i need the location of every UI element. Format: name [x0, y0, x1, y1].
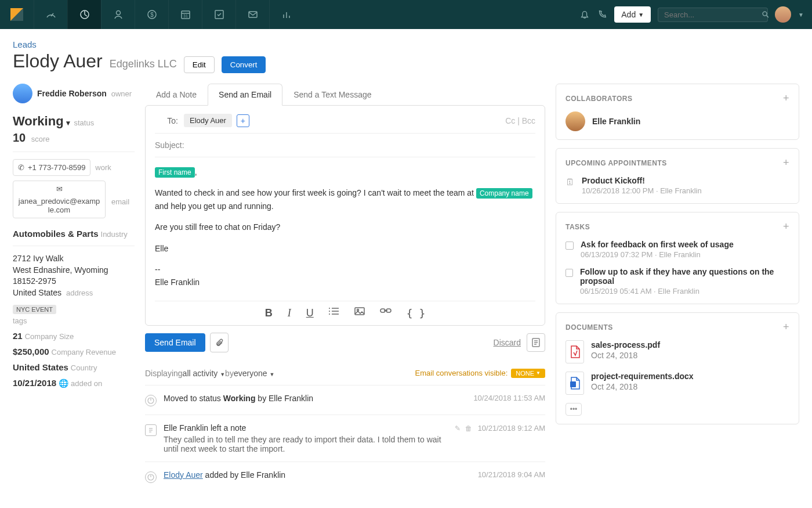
svg-rect-25 — [355, 308, 364, 315]
svg-point-24 — [329, 314, 330, 315]
edit-note-icon[interactable]: ✎ — [455, 424, 461, 433]
added-on-field: 10/21/2018 🌐added on — [13, 378, 135, 388]
merge-tag-first-name[interactable]: First name — [155, 167, 195, 178]
attach-button[interactable] — [210, 333, 229, 352]
search-input[interactable] — [664, 10, 762, 19]
owner-label: owner — [111, 89, 132, 98]
activity-item: Moved to status Working by Elle Franklin… — [145, 385, 545, 415]
address-field: 2712 Ivy Walk West Ednashire, Wyoming 18… — [13, 253, 135, 298]
dashboard-icon[interactable] — [34, 0, 67, 29]
add-recipient-button[interactable]: + — [237, 114, 249, 127]
convert-button[interactable]: Convert — [222, 56, 266, 73]
pdf-icon — [566, 340, 584, 363]
activity-item: Elle Franklin left a note They called in… — [145, 415, 545, 462]
more-documents-button[interactable]: ••• — [566, 403, 582, 416]
calendar-icon[interactable]: 31 — [168, 0, 202, 29]
add-document-button[interactable]: + — [783, 321, 789, 333]
edit-button[interactable]: Edit — [184, 56, 215, 73]
activity-type-dropdown[interactable]: all activity ▼ — [183, 369, 226, 378]
status-dropdown[interactable]: Working▼ status — [13, 114, 135, 129]
svg-point-22 — [329, 308, 330, 309]
svg-line-5 — [85, 15, 87, 16]
bold-button[interactable]: B — [265, 307, 273, 319]
lead-link[interactable]: Elody Auer — [164, 470, 203, 480]
communication-tabs: Add a Note Send an Email Send a Text Mes… — [145, 84, 545, 106]
breadcrumb[interactable]: Leads — [13, 39, 799, 49]
phone-icon: ✆ — [18, 163, 24, 172]
task-checkbox[interactable] — [566, 242, 574, 250]
envelope-icon: ✉ — [56, 185, 63, 193]
user-avatar[interactable] — [775, 6, 791, 23]
leads-icon[interactable] — [67, 0, 101, 29]
reports-icon[interactable] — [269, 0, 303, 29]
task-checkbox[interactable] — [566, 269, 573, 277]
discard-link[interactable]: Discard — [494, 338, 521, 347]
recipient-chip[interactable]: Elody Auer — [184, 114, 232, 127]
tab-send-text[interactable]: Send a Text Message — [282, 84, 382, 106]
email-composer: To: Elody Auer + Cc | Bcc Subject: First… — [145, 105, 545, 326]
code-button[interactable]: { } — [407, 307, 426, 319]
top-nav: $ 31 Add ▼ ▼ — [0, 0, 812, 29]
to-label: To: — [155, 116, 184, 125]
svg-point-6 — [116, 11, 120, 15]
task-item: Ask for feedback on first week of usage … — [566, 240, 789, 259]
calendar-icon: 🗓 — [566, 177, 575, 195]
search-box[interactable] — [658, 8, 768, 22]
document-item[interactable]: sales-process.pdf Oct 24, 2018 — [566, 340, 789, 363]
svg-text:31: 31 — [183, 14, 188, 18]
email-visibility-badge[interactable]: NONE ▼ — [511, 369, 545, 378]
merge-tag-company[interactable]: Company name — [476, 188, 532, 199]
document-item[interactable]: W project-requirements.docx Oct 24, 2018 — [566, 372, 789, 395]
tab-add-note[interactable]: Add a Note — [145, 84, 208, 106]
add-collaborator-button[interactable]: + — [783, 92, 789, 105]
email-visibility-label: Email conversations visible: — [415, 369, 508, 377]
deals-icon[interactable]: $ — [135, 0, 168, 29]
appointments-panel: UPCOMING APPOINTMENTS+ 🗓 Product Kickoff… — [556, 148, 799, 204]
cc-bcc-toggle[interactable]: Cc | Bcc — [505, 116, 535, 125]
notifications-icon[interactable] — [579, 9, 590, 20]
subject-input[interactable]: Subject: — [155, 134, 535, 157]
contacts-icon[interactable] — [101, 0, 135, 29]
app-logo[interactable] — [0, 0, 34, 29]
communication-icon[interactable] — [235, 0, 269, 29]
svg-line-18 — [766, 15, 768, 17]
documents-panel: DOCUMENTS+ sales-process.pdf Oct 24, 201… — [556, 312, 799, 424]
company-size-field: 21Company Size — [13, 331, 135, 341]
activity-who-dropdown[interactable]: everyone ▼ — [234, 369, 274, 378]
caret-down-icon: ▼ — [220, 372, 225, 377]
caret-down-icon: ▼ — [536, 370, 541, 376]
email-chip[interactable]: ✉ janea_predovic@example.com — [13, 181, 106, 218]
italic-button[interactable]: I — [288, 307, 291, 319]
add-appointment-button[interactable]: + — [783, 157, 789, 169]
send-email-button[interactable]: Send Email — [145, 333, 205, 352]
delete-note-icon[interactable]: 🗑 — [465, 424, 472, 433]
task-item: Follow up to ask if they have any questi… — [566, 267, 789, 296]
note-icon — [145, 424, 157, 436]
collaborator-item[interactable]: Elle Franklin — [566, 111, 789, 131]
phone-chip[interactable]: ✆ +1 773-770-8599 — [13, 159, 90, 176]
template-button[interactable] — [527, 333, 545, 352]
country-field: United StatesCountry — [13, 362, 135, 372]
appointment-item[interactable]: 🗓 Product Kickoff! 10/26/2018 12:00 PM ·… — [566, 176, 789, 195]
tab-send-email[interactable]: Send an Email — [208, 84, 282, 106]
lead-name: Elody Auer — [13, 51, 103, 72]
list-button[interactable] — [329, 307, 339, 319]
collaborators-panel: COLLABORATORS+ Elle Franklin — [556, 84, 799, 140]
created-icon — [145, 471, 157, 483]
email-body[interactable]: First name, Wanted to check in and see h… — [155, 157, 535, 301]
svg-text:W: W — [571, 382, 575, 387]
caret-down-icon: ▼ — [638, 12, 644, 18]
image-button[interactable] — [354, 307, 365, 319]
add-task-button[interactable]: + — [783, 221, 789, 233]
call-icon[interactable] — [597, 9, 607, 20]
owner-avatar — [13, 84, 32, 103]
underline-button[interactable]: U — [306, 307, 314, 319]
link-button[interactable] — [380, 307, 392, 319]
caret-down-icon: ▼ — [65, 119, 72, 127]
status-change-icon — [145, 395, 157, 406]
add-button[interactable]: Add ▼ — [614, 6, 651, 23]
tasks-icon[interactable] — [202, 0, 235, 29]
user-menu-caret-icon[interactable]: ▼ — [798, 12, 804, 18]
activity-item: Elody Auer added by Elle Franklin 10/21/… — [145, 462, 545, 491]
svg-rect-13 — [249, 12, 257, 17]
